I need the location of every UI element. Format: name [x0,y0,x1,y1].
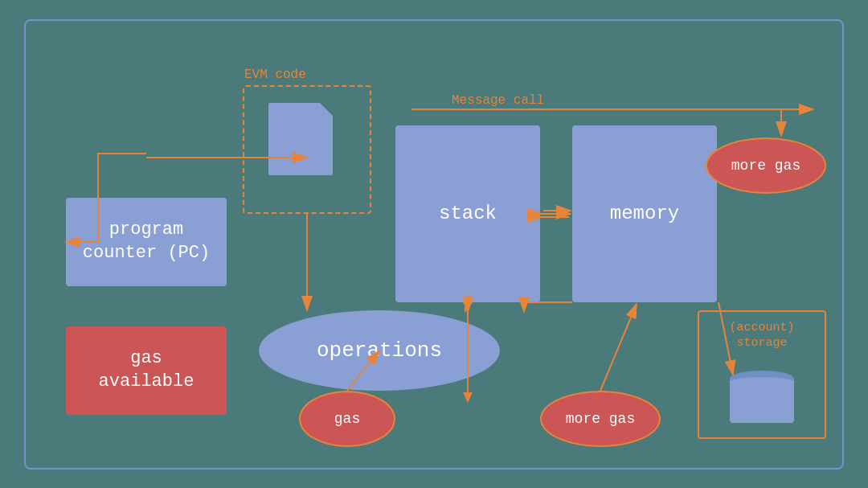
evm-code-doc [268,103,333,175]
main-diagram: EVM code program counter (PC) gas availa… [24,19,844,470]
gas-available-box: gas available [66,326,227,415]
operations-label: operations [317,338,442,363]
program-counter-box: program counter (PC) [66,198,227,286]
db-top-overlay [730,377,794,388]
account-storage-container: (account) storage [698,310,826,439]
more-gas-top-label: more gas [731,158,800,174]
more-gas-top-oval: more gas [706,137,826,194]
memory-label: memory [610,203,679,224]
operations-oval: operations [259,310,500,391]
gas-oval: gas [299,391,395,447]
more-gas-right-oval: more gas [540,391,661,447]
svg-marker-6 [463,392,473,403]
account-storage-label: (account) storage [699,320,825,351]
message-call-label: Message call [452,93,544,108]
more-gas-right-label: more gas [566,411,635,427]
stack-box: stack [395,125,540,302]
memory-box: memory [572,125,717,302]
evm-code-container: EVM code [243,85,371,214]
gas-available-label: gas available [99,347,194,393]
program-counter-label: program counter (PC) [83,219,210,265]
evm-code-label: EVM code [244,68,306,82]
db-cylinder [730,371,794,423]
stack-label: stack [439,203,497,224]
gas-label: gas [334,411,360,427]
